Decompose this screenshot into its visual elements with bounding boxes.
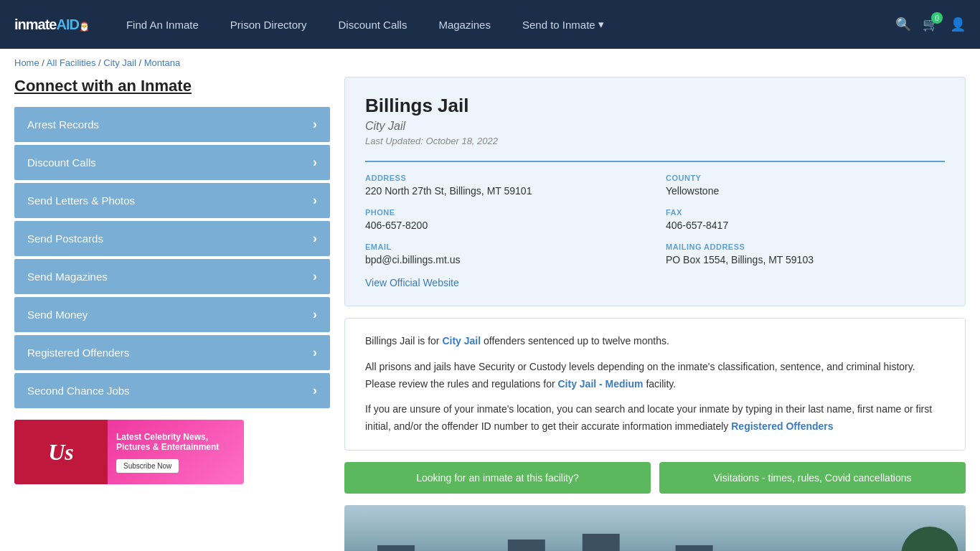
email-label: EMAIL xyxy=(365,242,644,251)
arrow-icon: › xyxy=(313,269,317,284)
sidebar-item-registered-offenders[interactable]: Registered Offenders › xyxy=(14,335,330,370)
nav-find-inmate[interactable]: Find An Inmate xyxy=(110,0,215,49)
mailing-value: PO Box 1554, Billings, MT 59103 xyxy=(666,254,945,265)
visitation-button[interactable]: Visitations - times, rules, Covid cancel… xyxy=(659,462,966,494)
info-grid: ADDRESS 220 North 27th St, Billings, MT … xyxy=(365,161,945,265)
county-label: COUNTY xyxy=(666,174,945,182)
county-block: COUNTY Yellowstone xyxy=(666,174,945,197)
desc-paragraph-1: Billings Jail is for City Jail offenders… xyxy=(365,333,945,350)
fax-label: FAX xyxy=(666,208,945,217)
ad-text: Latest Celebrity News, Pictures & Entert… xyxy=(108,425,244,480)
phone-label: PHONE xyxy=(365,208,644,217)
tree-silhouette xyxy=(901,527,958,551)
phone-block: PHONE 406-657-8200 xyxy=(365,208,644,231)
arrow-icon: › xyxy=(313,231,317,246)
logo-area[interactable]: inmateAID🎅 xyxy=(14,15,89,34)
arrow-icon: › xyxy=(313,383,317,398)
sidebar-item-send-magazines[interactable]: Send Magazines › xyxy=(14,259,330,294)
facility-updated: Last Updated: October 18, 2022 xyxy=(365,136,945,146)
sidebar-title: Connect with an Inmate xyxy=(14,77,330,95)
email-value: bpd@ci.billings.mt.us xyxy=(365,254,644,265)
sidebar: Connect with an Inmate Arrest Records › … xyxy=(14,77,330,551)
email-block: EMAIL bpd@ci.billings.mt.us xyxy=(365,242,644,265)
county-value: Yellowstone xyxy=(666,185,945,197)
facility-card: Billings Jail City Jail Last Updated: Oc… xyxy=(344,77,966,306)
official-website-link[interactable]: View Official Website xyxy=(365,277,459,288)
building-image xyxy=(344,505,966,551)
breadcrumb-montana[interactable]: Montana xyxy=(144,57,181,68)
facility-type: City Jail xyxy=(365,120,945,133)
address-value: 220 North 27th St, Billings, MT 59101 xyxy=(365,185,644,197)
sidebar-item-discount-calls[interactable]: Discount Calls › xyxy=(14,145,330,180)
sidebar-item-send-money[interactable]: Send Money › xyxy=(14,297,330,332)
breadcrumb-home[interactable]: Home xyxy=(14,57,39,68)
breadcrumb-city-jail[interactable]: City Jail xyxy=(103,57,136,68)
detail-panel: Billings Jail City Jail Last Updated: Oc… xyxy=(344,77,966,551)
building-silhouette xyxy=(359,534,732,551)
description-block: Billings Jail is for City Jail offenders… xyxy=(344,318,966,451)
arrow-icon: › xyxy=(313,345,317,360)
mailing-label: MAILING ADDRESS xyxy=(666,242,945,251)
main-nav: Find An Inmate Prison Directory Discount… xyxy=(110,0,895,49)
arrow-icon: › xyxy=(313,155,317,170)
breadcrumb-all-facilities[interactable]: All Facilities xyxy=(47,57,96,68)
city-jail-link-1[interactable]: City Jail xyxy=(442,335,481,347)
action-buttons: Looking for an inmate at this facility? … xyxy=(344,462,966,494)
main-content: Connect with an Inmate Arrest Records › … xyxy=(0,77,980,551)
nav-send-label: Send to Inmate ▾ xyxy=(522,18,604,31)
address-label: ADDRESS xyxy=(365,174,644,182)
arrow-icon: › xyxy=(313,117,317,132)
registered-offenders-link[interactable]: Registered Offenders xyxy=(731,420,833,432)
phone-value: 406-657-8200 xyxy=(365,220,644,231)
ad-subscribe-button[interactable]: Subscribe Now xyxy=(116,459,179,473)
address-block: ADDRESS 220 North 27th St, Billings, MT … xyxy=(365,174,644,197)
sidebar-item-send-letters[interactable]: Send Letters & Photos › xyxy=(14,183,330,218)
site-header: inmateAID🎅 Find An Inmate Prison Directo… xyxy=(0,0,980,49)
sidebar-item-second-chance-jobs[interactable]: Second Chance Jobs › xyxy=(14,373,330,408)
fax-block: FAX 406-657-8417 xyxy=(666,208,945,231)
nav-discount-calls[interactable]: Discount Calls xyxy=(323,0,423,49)
sidebar-menu: Arrest Records › Discount Calls › Send L… xyxy=(14,107,330,408)
cart-icon[interactable]: 🛒 0 xyxy=(923,17,938,32)
facility-name: Billings Jail xyxy=(365,95,945,117)
nav-send-to-inmate[interactable]: Send to Inmate ▾ xyxy=(507,0,620,49)
user-icon[interactable]: 👤 xyxy=(950,17,966,32)
cart-badge: 0 xyxy=(931,12,943,24)
fax-value: 406-657-8417 xyxy=(666,220,945,231)
city-jail-medium-link[interactable]: City Jail - Medium xyxy=(557,378,643,390)
desc-paragraph-2: All prisons and jails have Security or C… xyxy=(365,359,945,393)
sidebar-item-arrest-records[interactable]: Arrest Records › xyxy=(14,107,330,142)
nav-magazines[interactable]: Magazines xyxy=(423,0,507,49)
ad-banner: Us Latest Celebrity News, Pictures & Ent… xyxy=(14,420,244,484)
logo-text: inmateAID🎅 xyxy=(14,15,89,34)
ad-image: Us xyxy=(14,420,108,484)
breadcrumb: Home / All Facilities / City Jail / Mont… xyxy=(0,49,980,77)
header-icons: 🔍 🛒 0 👤 xyxy=(895,17,966,32)
find-inmate-button[interactable]: Looking for an inmate at this facility? xyxy=(344,462,651,494)
search-icon[interactable]: 🔍 xyxy=(895,17,911,32)
desc-paragraph-3: If you are unsure of your inmate's locat… xyxy=(365,401,945,435)
arrow-icon: › xyxy=(313,193,317,208)
sidebar-item-send-postcards[interactable]: Send Postcards › xyxy=(14,221,330,256)
arrow-icon: › xyxy=(313,307,317,322)
mailing-block: MAILING ADDRESS PO Box 1554, Billings, M… xyxy=(666,242,945,265)
nav-prison-directory[interactable]: Prison Directory xyxy=(215,0,323,49)
